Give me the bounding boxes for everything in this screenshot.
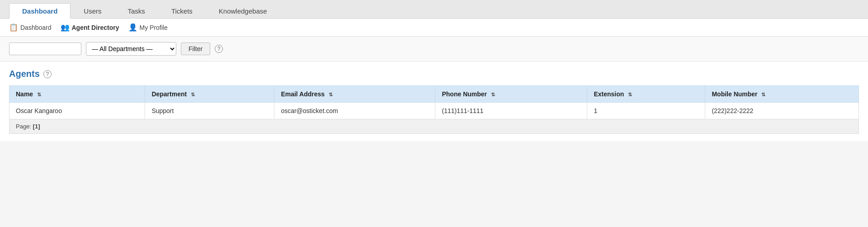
subnav-dashboard[interactable]: 📋 Dashboard xyxy=(9,23,52,32)
sort-mobile-icon: ⇅ xyxy=(761,92,765,98)
col-department[interactable]: Department ⇅ xyxy=(145,86,274,103)
cell-department: Support xyxy=(145,103,274,119)
col-phone[interactable]: Phone Number ⇅ xyxy=(435,86,587,103)
filter-bar: — All Departments — Filter ? xyxy=(0,37,868,61)
sort-ext-icon: ⇅ xyxy=(628,92,632,98)
sort-dept-icon: ⇅ xyxy=(191,92,195,98)
cell-name: Oscar Kangaroo xyxy=(9,103,145,119)
subnav-dashboard-label: Dashboard xyxy=(20,24,52,31)
tab-users[interactable]: Users xyxy=(71,3,114,19)
col-mobile[interactable]: Mobile Number ⇅ xyxy=(705,86,859,103)
tab-knowledgebase[interactable]: Knowledgebase xyxy=(206,3,280,19)
agents-help-icon[interactable]: ? xyxy=(43,70,52,78)
table-row: Oscar Kangaroo Support oscar@osticket.co… xyxy=(9,103,859,119)
filter-button[interactable]: Filter xyxy=(181,43,210,55)
main-content: Agents ? Name ⇅ Department ⇅ Email Addre… xyxy=(0,61,868,141)
filter-help-icon[interactable]: ? xyxy=(215,45,223,53)
search-input[interactable] xyxy=(9,43,81,55)
subnav-agent-directory[interactable]: 👥 Agent Directory xyxy=(61,23,119,32)
cell-email: oscar@osticket.com xyxy=(274,103,435,119)
department-select[interactable]: — All Departments — xyxy=(86,42,176,56)
sort-phone-icon: ⇅ xyxy=(491,92,495,98)
tab-tickets[interactable]: Tickets xyxy=(158,3,206,19)
subnav-my-profile[interactable]: 👤 My Profile xyxy=(128,23,168,32)
my-profile-icon: 👤 xyxy=(128,23,137,32)
dashboard-icon: 📋 xyxy=(9,23,18,32)
sort-name-icon: ⇅ xyxy=(37,92,41,98)
agents-table: Name ⇅ Department ⇅ Email Address ⇅ Phon… xyxy=(9,85,859,119)
col-name[interactable]: Name ⇅ xyxy=(9,86,145,103)
col-extension[interactable]: Extension ⇅ xyxy=(587,86,705,103)
subnav: 📋 Dashboard 👥 Agent Directory 👤 My Profi… xyxy=(0,19,868,37)
pagination-info: Page: [1] xyxy=(9,119,859,134)
sort-email-icon: ⇅ xyxy=(329,92,333,98)
table-header: Name ⇅ Department ⇅ Email Address ⇅ Phon… xyxy=(9,86,859,103)
subnav-my-profile-label: My Profile xyxy=(140,24,168,31)
table-body: Oscar Kangaroo Support oscar@osticket.co… xyxy=(9,103,859,119)
cell-phone: (111)111-1111 xyxy=(435,103,587,119)
tab-dashboard[interactable]: Dashboard xyxy=(9,3,71,19)
page-number: [1] xyxy=(33,123,40,130)
tab-tasks[interactable]: Tasks xyxy=(115,3,158,19)
agents-heading: Agents xyxy=(9,69,40,79)
agent-directory-icon: 👥 xyxy=(61,23,70,32)
subnav-agent-directory-label: Agent Directory xyxy=(72,24,119,31)
tab-bar: Dashboard Users Tasks Tickets Knowledgeb… xyxy=(0,0,868,19)
col-email[interactable]: Email Address ⇅ xyxy=(274,86,435,103)
section-title: Agents ? xyxy=(9,69,859,79)
cell-extension: 1 xyxy=(587,103,705,119)
cell-mobile: (222)222-2222 xyxy=(705,103,859,119)
